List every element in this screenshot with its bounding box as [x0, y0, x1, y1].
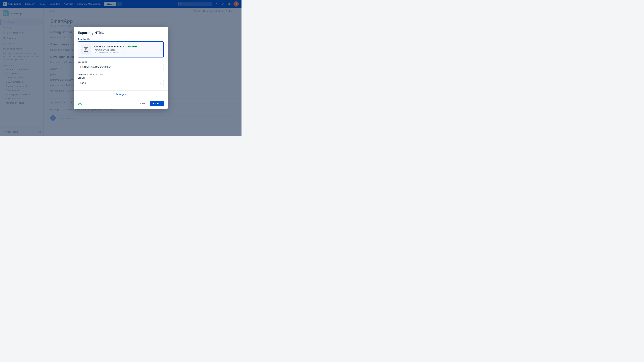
settings-button[interactable]: Settings ›: [116, 93, 126, 96]
variant-select[interactable]: Basic: [78, 80, 164, 86]
template-arrow-icon: ›: [160, 48, 161, 51]
modal-footer: Cancel Export: [74, 98, 168, 109]
variant-select-wrap: Basic: [78, 80, 164, 86]
modal-body: Template ? </> Technical Documentation S…: [74, 35, 168, 90]
template-info: Technical Documentation SUGGESTED From S…: [94, 45, 157, 54]
cancel-button[interactable]: Cancel: [135, 101, 148, 106]
svg-text:</>: </>: [84, 49, 88, 51]
template-label: Template ?: [78, 38, 164, 40]
scope-label: Scope ?: [78, 61, 164, 63]
template-icon: </>: [81, 44, 91, 54]
template-card[interactable]: </> Technical Documentation SUGGESTED Fr…: [78, 41, 164, 57]
scope-select[interactable]: 📋 SmartApp Documentation: [78, 64, 164, 70]
template-help-icon[interactable]: ?: [87, 38, 90, 40]
settings-chevron-icon: ›: [125, 93, 126, 96]
modal-logo: [78, 102, 83, 106]
version-line: Version: Working version: [78, 73, 164, 76]
modal-overlay: Exporting HTML Template ? </> Tech: [0, 0, 242, 136]
version-variant-section: Version: Working version Variant: Basic: [78, 72, 164, 87]
export-button[interactable]: Export: [150, 101, 164, 106]
template-date: Last modified on October 21, 2024: [94, 51, 157, 54]
modal-title: Exporting HTML: [78, 31, 164, 35]
scope-doc-icon: 📋: [80, 66, 83, 68]
export-html-modal: Exporting HTML Template ? </> Tech: [74, 27, 168, 109]
scope-help-icon[interactable]: ?: [84, 61, 87, 63]
suggested-badge: SUGGESTED: [125, 45, 138, 48]
variant-label: Variant:: [78, 77, 164, 79]
settings-row[interactable]: Settings ›: [74, 90, 168, 98]
template-name: Technical Documentation SUGGESTED: [94, 45, 157, 48]
modal-header: Exporting HTML: [74, 27, 168, 35]
template-from: From SmartApp space: [94, 49, 157, 51]
scope-select-wrap: 📋 SmartApp Documentation: [78, 64, 164, 70]
